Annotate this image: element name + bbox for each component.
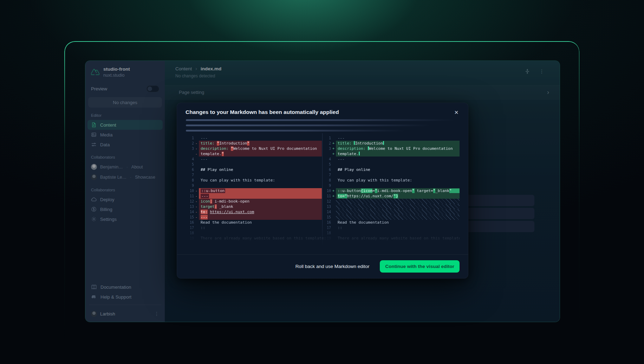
diff-line: 18 [323, 230, 460, 236]
diff-line: +template. [323, 151, 460, 157]
diff-old-pane[interactable]: 1---2-title: "Introduction"3-description… [186, 133, 323, 247]
diff-line: 6## Play online [323, 167, 460, 172]
diff-line: 17:: [323, 225, 460, 230]
diff-new-pane[interactable]: 1---2+title: Introduction3+description: … [323, 133, 460, 247]
text-skeleton [186, 119, 463, 135]
diff-line: 9 [186, 183, 322, 188]
diff-line: 14 [323, 209, 460, 215]
markdown-changes-modal: Changes to your Markdown has been automa… [177, 103, 468, 279]
diff-line: 15 [323, 215, 460, 220]
diff-line: 17:: [186, 225, 322, 230]
diff-line: 2-title: "Introduction" [186, 141, 322, 146]
diff-line: 4--- [186, 157, 322, 162]
diff-line: 3-description: "Welcome to Nuxt UI Pro d… [186, 146, 322, 151]
rollback-button[interactable]: Roll back and use Markdown editor [295, 264, 370, 269]
diff-line: 15---- [186, 215, 322, 220]
diff-line: 4--- [323, 157, 460, 162]
diff-line: 16Read the documentation [186, 220, 322, 225]
diff-line: 19There are already many website based o… [323, 236, 460, 241]
diff-line: 9 [323, 183, 460, 188]
diff-line: 1--- [186, 135, 322, 141]
markdown-diff: 1---2-title: "Introduction"3-description… [186, 133, 460, 247]
diff-line: 2+title: Introduction [323, 141, 460, 146]
diff-line: 5 [323, 162, 460, 167]
modal-footer: Roll back and use Markdown editor Contin… [177, 254, 468, 278]
close-icon[interactable]: ✕ [452, 108, 461, 117]
diff-line: 3+description: Welcome to Nuxt UI Pro do… [323, 146, 460, 151]
diff-line: -template." [186, 151, 322, 157]
diff-line: 8You can play with this template: [186, 178, 322, 183]
diff-line: 18 [186, 230, 322, 236]
diff-line: 14-to: https://ui.nuxt.com [186, 209, 322, 215]
diff-line: 6## Play online [186, 167, 322, 172]
diff-line: 10+::u-button{icon="i-mdi-book-open" tar… [323, 188, 460, 193]
diff-line: 5 [186, 162, 322, 167]
diff-line: 11---- [186, 193, 322, 199]
diff-line: 7 [323, 172, 460, 178]
diff-line: 19There are already many website based o… [186, 236, 322, 241]
diff-line: 13 [323, 204, 460, 209]
diff-line: 1--- [323, 135, 460, 141]
continue-button[interactable]: Continue with the visual editor [380, 260, 460, 273]
diff-line: 10-::u-button [186, 188, 322, 193]
diff-line: 13-target: _blank [186, 204, 322, 209]
diff-line: 12-icon: i-mdi-book-open [186, 199, 322, 204]
diff-line: 11+to="https://ui.nuxt.com/"} [323, 193, 460, 199]
diff-line: 7 [186, 172, 322, 178]
diff-line: 8You can play with this template: [323, 178, 460, 183]
diff-line: 16Read the documentation [323, 220, 460, 225]
diff-line: 12 [323, 199, 460, 204]
modal-title: Changes to your Markdown has been automa… [186, 109, 339, 115]
